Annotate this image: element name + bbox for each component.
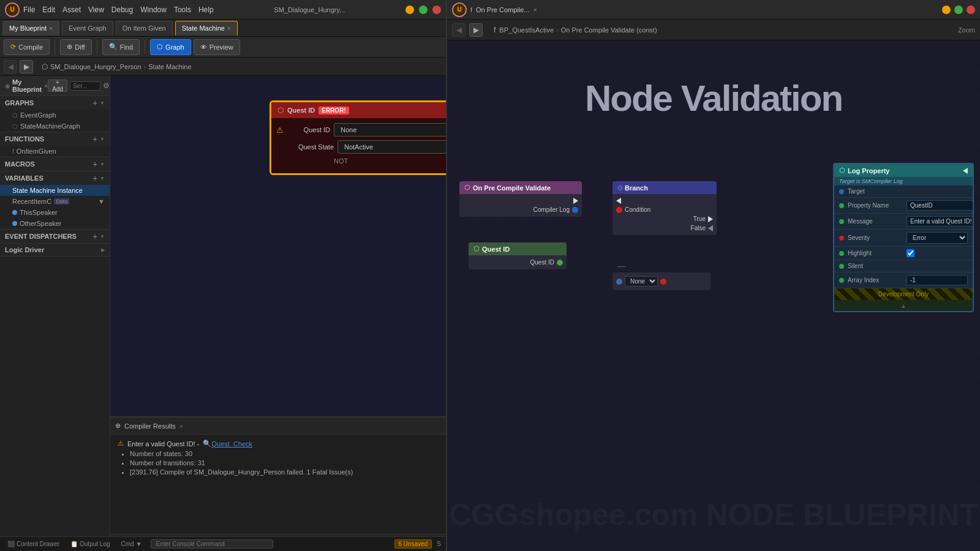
sub-toolbar: ◀ ▶ ⬡ SM_Dialogue_Hungry_Person › State … [0, 58, 446, 76]
right-nav-back[interactable]: ◀ [452, 23, 466, 37]
quest-id-row: ⚠ Quest ID None [276, 123, 446, 137]
menu-view[interactable]: View [88, 6, 104, 14]
console-command-input[interactable] [151, 539, 273, 549]
breadcrumb-current[interactable]: State Machine [148, 63, 191, 70]
maximize-btn[interactable] [419, 6, 428, 14]
node-none[interactable]: ── None [612, 261, 710, 290]
right-minimize-btn[interactable] [942, 6, 951, 14]
minimize-btn[interactable] [405, 6, 414, 14]
logprop-propname-input[interactable] [907, 200, 974, 211]
tab-event-graph[interactable]: Event Graph [62, 21, 113, 36]
cmd-btn[interactable]: Cmd ▼ [119, 541, 145, 547]
graph-btn[interactable]: ⬡ Graph [150, 39, 191, 55]
tab-my-blueprint[interactable]: My Blueprint × [2, 21, 59, 36]
branch-exec-in-row [612, 197, 717, 205]
menu-help[interactable]: Help [198, 6, 214, 14]
tab-state-machine[interactable]: State Machine × [175, 21, 238, 36]
event-dispatchers-add-btn[interactable]: + [92, 232, 97, 241]
sidebar-item-state-machine-instance[interactable]: State Machine Instance [0, 185, 110, 196]
breadcrumb-root[interactable]: SM_Dialogue_Hungry_Person [50, 63, 141, 70]
menu-asset[interactable]: Asset [62, 6, 81, 14]
sidebar-graphs-header[interactable]: GRAPHS + ▼ [0, 96, 110, 110]
macros-add-btn[interactable]: + [92, 160, 97, 168]
compiler-warning-link[interactable]: Quest_Check [211, 440, 252, 448]
logprop-severity-select[interactable]: Error Warning Info [907, 232, 968, 244]
sidebar-macros-header[interactable]: MACROS + ▼ [0, 157, 110, 171]
menu-tools[interactable]: Tools [174, 6, 191, 14]
close-btn[interactable] [432, 6, 441, 14]
logprop-detail-subtitle: Target is SMCompiler Log [834, 177, 973, 186]
tab-my-blueprint-close[interactable]: × [49, 25, 53, 32]
none-out-pin [660, 279, 666, 285]
sidebar-logic-driver-header[interactable]: Logic Driver ▶ [0, 244, 110, 256]
sidebar-item-thisspeaker[interactable]: ThisSpeaker [0, 207, 110, 218]
sidebar-add-btn[interactable]: + Add [48, 80, 67, 92]
statemachinegraph-icon: ⬡ [12, 123, 18, 130]
sidebar-functions-header[interactable]: FUNCTIONS + ▼ [0, 132, 110, 146]
right-title-close-icon[interactable]: × [533, 6, 537, 13]
find-btn[interactable]: 🔍 Find [102, 39, 140, 55]
variables-add-btn[interactable]: + [92, 174, 97, 182]
recentitemc-options-icon[interactable]: ▼ [98, 198, 105, 205]
ue-logo: U [5, 2, 20, 17]
breadcrumb-icon: ⬡ [42, 62, 48, 71]
sidebar-item-eventgraph[interactable]: ⬡ EventGraph [0, 110, 110, 121]
sidebar-settings-icon[interactable]: ⚙ [103, 81, 110, 90]
compile-btn[interactable]: ⟳ Compile [4, 39, 50, 55]
preview-icon: 👁 [200, 43, 207, 51]
menu-debug[interactable]: Debug [111, 6, 133, 14]
tab-on-item-given[interactable]: On Item Given [116, 21, 173, 36]
graph-icon: ⬡ [157, 43, 163, 51]
menu-file[interactable]: File [23, 6, 35, 14]
nav-back[interactable]: ◀ [4, 60, 17, 73]
right-maximize-btn[interactable] [954, 6, 963, 14]
right-breadcrumb-root[interactable]: BP_QuestIsActive [499, 26, 554, 34]
graphs-add-btn[interactable]: + [92, 99, 97, 107]
graph-canvas[interactable]: ⬡ Quest ID ERROR! ☰ ⚠ Quest ID None [110, 76, 446, 551]
logprop-message-input[interactable] [907, 216, 974, 227]
sidebar-variables-header[interactable]: VARIABLES + ▼ [0, 171, 110, 185]
output-log-btn[interactable]: 📋 Output Log [68, 541, 112, 547]
tab-bar: My Blueprint × Event Graph On Item Given… [0, 20, 446, 37]
preview-btn[interactable]: 👁 Preview [194, 39, 240, 55]
logprop-arrayindex-input[interactable] [907, 275, 968, 285]
quest-node-card[interactable]: ⬡ Quest ID ERROR! ☰ ⚠ Quest ID None [270, 100, 446, 175]
sidebar-item-recentitemc[interactable]: RecentItemC Data ▼ [0, 196, 110, 207]
logprop-severity-label: Severity [848, 234, 903, 241]
node-quest-id[interactable]: ⬡ Quest ID Quest ID [469, 242, 567, 269]
sidebar-event-dispatchers-header[interactable]: EVENT DISPATCHERS + ▼ [0, 230, 110, 243]
tab-state-machine-close[interactable]: × [227, 25, 231, 32]
right-graph[interactable]: Node Validation ⬡ On Pre Compile Validat… [447, 40, 980, 551]
sidebar-item-statemachinegraph[interactable]: ⬡ StateMachineGraph [0, 121, 110, 132]
quest-id-select[interactable]: None [334, 123, 446, 137]
menu-window[interactable]: Window [140, 6, 167, 14]
compiler-warning-icon: ⚠ [118, 440, 124, 448]
right-ue-logo: U [452, 2, 467, 17]
sidebar-item-onitemgiven[interactable]: f OnItemGiven [0, 146, 110, 157]
logprop-highlight-checkbox[interactable] [907, 249, 914, 257]
functions-add-btn[interactable]: + [92, 135, 97, 143]
menu-edit[interactable]: Edit [42, 6, 55, 14]
diff-icon: ⊕ [67, 43, 72, 51]
node-on-pre-compile[interactable]: ⬡ On Pre Compile Validate Compiler Log [459, 181, 582, 217]
nav-forward[interactable]: ▶ [20, 60, 33, 73]
tab-my-blueprint-label: My Blueprint [9, 24, 47, 32]
compiler-close-icon[interactable]: × [179, 422, 183, 430]
content-drawer-btn[interactable]: ⬛ Content Drawer [5, 541, 62, 547]
otherspeaker-dot [12, 221, 17, 226]
none-node-header: ── [612, 261, 710, 272]
tab-on-item-given-label: On Item Given [123, 24, 166, 32]
logprop-collapse-btn[interactable]: ▲ [834, 300, 973, 311]
right-nav-forward[interactable]: ▶ [469, 23, 483, 37]
none-select[interactable]: None [625, 276, 658, 287]
otherspeaker-label: OtherSpeaker [20, 220, 61, 227]
sidebar-search-input[interactable] [70, 81, 100, 91]
quest-state-select[interactable]: NotActive [337, 140, 446, 154]
node-branch[interactable]: ◇ Branch Condition True False [612, 181, 717, 235]
menu-bar[interactable]: File Edit Asset View Debug Window Tools … [23, 6, 214, 14]
quest-node-icon: ⬡ [277, 106, 284, 114]
branch-true-pin [708, 216, 713, 222]
diff-btn[interactable]: ⊕ Diff [60, 39, 91, 55]
right-close-btn[interactable] [967, 6, 975, 14]
sidebar-item-otherspeaker[interactable]: OtherSpeaker [0, 218, 110, 229]
